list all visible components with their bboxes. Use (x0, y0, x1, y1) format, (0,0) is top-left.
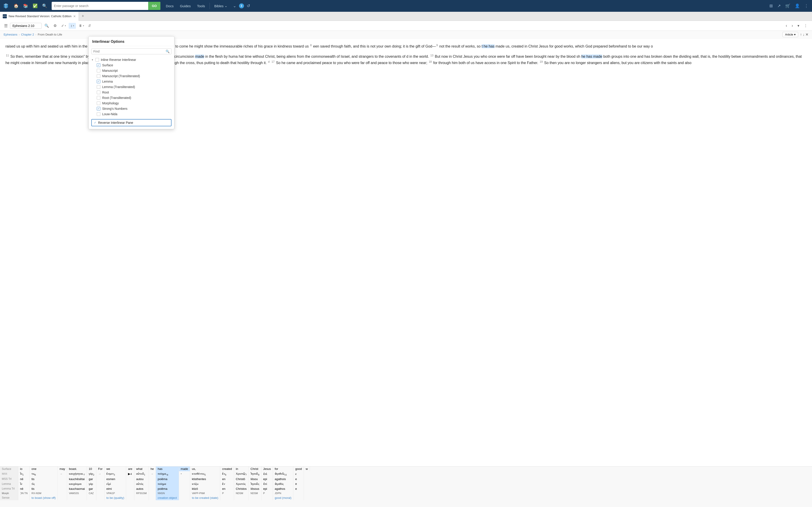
popup-search-icon: 🔍 (166, 50, 169, 53)
root-trl-label: Root (Transliterated) (102, 96, 131, 100)
manuscript-label: Manuscript (102, 69, 117, 72)
root-checkbox[interactable] (97, 91, 100, 94)
morphology-label: Morphology (102, 101, 119, 105)
reverse-pane-label: Reverse Interlinear Pane (98, 121, 133, 124)
popup-item-strongs[interactable]: ✓ Strong's Numbers (89, 106, 174, 111)
interlinear-options-popup: Interlinear Options 🔍 ▼ Inline Reverse I… (88, 36, 174, 129)
popup-item-lemma-trl[interactable]: Lemma (Transliterated) (89, 84, 174, 90)
popup-group-header[interactable]: ▼ Inline Reverse Interlinear (89, 57, 174, 62)
group-label: Inline Reverse Interlinear (101, 58, 136, 62)
popup-item-morphology[interactable]: Morphology (89, 101, 174, 106)
popup-title: Interlinear Options (89, 37, 174, 46)
lemma-trl-checkbox[interactable] (97, 85, 100, 89)
surface-label: Surface (102, 63, 113, 67)
popup-item-surface[interactable]: ✓ Surface (89, 62, 174, 68)
reverse-interlinear-pane-button[interactable]: ✓ Reverse Interlinear Pane (91, 119, 171, 126)
popup-item-lemma[interactable]: ✓ Lemma (89, 79, 174, 84)
popup-item-manuscript[interactable]: Manuscript (89, 68, 174, 73)
manuscript-checkbox[interactable] (97, 69, 100, 72)
louw-nida-checkbox[interactable] (97, 112, 100, 116)
surface-checkmark: ✓ (97, 64, 100, 67)
popup-section: ▼ Inline Reverse Interlinear ✓ Surface M… (89, 56, 174, 118)
strongs-checkbox[interactable]: ✓ (97, 107, 100, 110)
popup-item-louw-nida[interactable]: Louw-Nida (89, 111, 174, 117)
manuscript-trl-label: Manuscript (Transliterated) (102, 74, 140, 78)
strongs-checkmark: ✓ (97, 107, 100, 110)
morphology-checkbox[interactable] (97, 101, 100, 105)
reverse-pane-checkmark: ✓ (94, 121, 96, 124)
popup-item-manuscript-trl[interactable]: Manuscript (Transliterated) (89, 73, 174, 79)
lemma-trl-label: Lemma (Transliterated) (102, 85, 135, 89)
louw-nida-label: Louw-Nida (102, 112, 117, 116)
lemma-checkbox[interactable]: ✓ (97, 80, 100, 83)
root-label: Root (102, 91, 109, 94)
group-checkbox[interactable] (95, 58, 99, 62)
surface-checkbox[interactable]: ✓ (97, 63, 100, 67)
popup-search-box: 🔍 (91, 48, 171, 54)
lemma-checkmark: ✓ (97, 80, 100, 83)
popup-search-input[interactable] (93, 50, 166, 53)
strongs-label: Strong's Numbers (102, 107, 128, 110)
root-trl-checkbox[interactable] (97, 96, 100, 100)
manuscript-trl-checkbox[interactable] (97, 74, 100, 78)
lemma-label: Lemma (102, 80, 113, 83)
popup-item-root-trl[interactable]: Root (Transliterated) (89, 95, 174, 101)
popup-item-root[interactable]: Root (89, 90, 174, 95)
group-chevron-icon: ▼ (91, 59, 94, 61)
